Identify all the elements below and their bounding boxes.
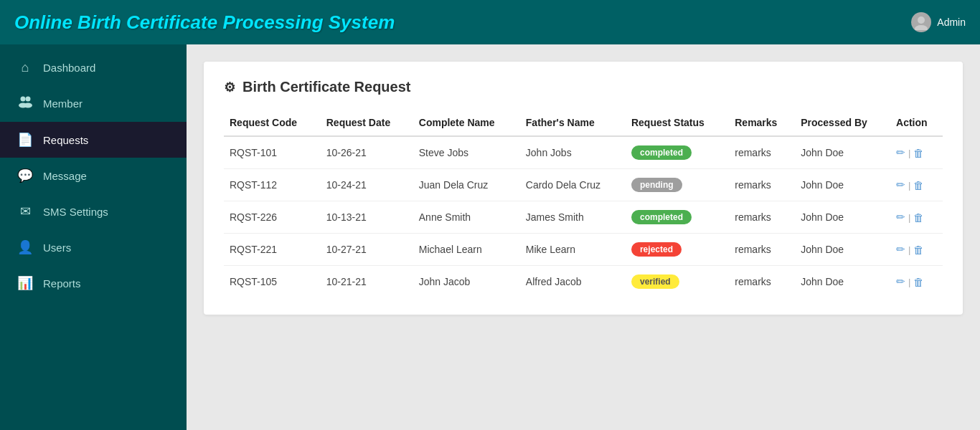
sidebar-label-sms-settings: SMS Settings: [43, 206, 108, 218]
status-badge: rejected: [631, 242, 682, 257]
cell-remarks: remarks: [729, 266, 795, 298]
cell-complete-name: John Jacob: [413, 266, 520, 298]
users-icon: 👤: [17, 239, 33, 255]
sidebar-label-dashboard: Dashboard: [43, 62, 95, 74]
cell-request-code: RQST-112: [224, 169, 321, 201]
cell-action: ✏ | 🗑: [890, 201, 943, 234]
edit-button[interactable]: ✏: [896, 211, 905, 224]
svg-point-0: [918, 16, 925, 24]
cell-processed-by: John Doe: [795, 234, 890, 266]
cell-status: pending: [626, 169, 729, 201]
main-content: ⚙ Birth Certificate Request Request Code…: [187, 44, 980, 430]
col-request-status: Request Status: [626, 110, 729, 136]
cell-fathers-name: Alfred Jacob: [520, 266, 626, 298]
col-fathers-name: Father's Name: [520, 110, 626, 136]
message-icon: 💬: [17, 168, 33, 183]
cell-processed-by: John Doe: [795, 136, 890, 169]
sidebar-label-member: Member: [43, 97, 83, 110]
cell-remarks: remarks: [729, 201, 795, 234]
table-row: RQST-226 10-13-21 Anne Smith James Smith…: [224, 201, 943, 234]
sidebar-item-dashboard[interactable]: ⌂ Dashboard: [0, 50, 187, 85]
col-remarks: Remarks: [729, 110, 795, 136]
section-icon: ⚙: [224, 80, 235, 95]
cell-complete-name: Michael Learn: [413, 234, 520, 266]
edit-button[interactable]: ✏: [896, 275, 905, 288]
cell-action: ✏ | 🗑: [890, 136, 943, 169]
admin-label: Admin: [937, 16, 966, 28]
cell-request-code: RQST-221: [224, 234, 321, 266]
status-badge: completed: [631, 210, 692, 224]
col-request-code: Request Code: [224, 110, 321, 136]
sidebar-item-reports[interactable]: 📊 Reports: [0, 265, 187, 301]
cell-action: ✏ | 🗑: [890, 169, 943, 201]
cell-fathers-name: Mike Learn: [520, 234, 626, 266]
cell-request-date: 10-27-21: [321, 234, 413, 266]
home-icon: ⌂: [17, 60, 33, 75]
section-title: ⚙ Birth Certificate Request: [224, 79, 943, 95]
reports-icon: 📊: [17, 275, 33, 291]
cell-action: ✏ | 🗑: [890, 266, 943, 298]
app-title: Online Birth Certificate Processing Syst…: [14, 11, 395, 34]
sidebar-label-reports: Reports: [43, 277, 81, 290]
sidebar-label-message: Message: [43, 170, 87, 182]
delete-button[interactable]: 🗑: [913, 276, 924, 288]
cell-status: rejected: [626, 234, 729, 266]
cell-request-date: 10-13-21: [321, 201, 413, 234]
cell-request-date: 10-26-21: [321, 136, 413, 169]
cell-request-date: 10-21-21: [321, 266, 413, 298]
col-request-date: Request Date: [321, 110, 413, 136]
cell-status: verified: [626, 266, 729, 298]
col-complete-name: Complete Name: [413, 110, 520, 136]
cell-fathers-name: John Jobs: [520, 136, 626, 169]
delete-button[interactable]: 🗑: [913, 211, 924, 224]
table-row: RQST-221 10-27-21 Michael Learn Mike Lea…: [224, 234, 943, 266]
sidebar-item-requests[interactable]: 📄 Requests: [0, 122, 187, 158]
layout: ⌂ Dashboard Member 📄 Requests 💬 Message: [0, 44, 980, 430]
sidebar-item-member[interactable]: Member: [0, 85, 187, 122]
table-header-row: Request Code Request Date Complete Name …: [224, 110, 943, 136]
status-badge: pending: [631, 178, 682, 192]
cell-request-code: RQST-226: [224, 201, 321, 234]
delete-button[interactable]: 🗑: [913, 179, 924, 191]
cell-complete-name: Steve Jobs: [413, 136, 520, 169]
edit-button[interactable]: ✏: [896, 146, 905, 159]
cell-processed-by: John Doe: [795, 201, 890, 234]
cell-fathers-name: James Smith: [520, 201, 626, 234]
sidebar-label-requests: Requests: [43, 134, 88, 146]
edit-button[interactable]: ✏: [896, 178, 905, 191]
cell-processed-by: John Doe: [795, 266, 890, 298]
status-badge: verified: [631, 274, 679, 289]
delete-button[interactable]: 🗑: [913, 244, 924, 256]
svg-point-1: [915, 25, 928, 30]
delete-button[interactable]: 🗑: [913, 147, 924, 159]
cell-complete-name: Anne Smith: [413, 201, 520, 234]
cell-action: ✏ | 🗑: [890, 234, 943, 266]
sidebar-item-message[interactable]: 💬 Message: [0, 158, 187, 194]
cell-fathers-name: Cardo Dela Cruz: [520, 169, 626, 201]
sidebar-label-users: Users: [43, 242, 71, 254]
col-processed-by: Processed By: [795, 110, 890, 136]
requests-icon: 📄: [17, 132, 33, 148]
content-card: ⚙ Birth Certificate Request Request Code…: [204, 62, 963, 315]
cell-request-date: 10-24-21: [321, 169, 413, 201]
cell-status: completed: [626, 201, 729, 234]
col-action: Action: [890, 110, 943, 136]
sidebar-item-sms-settings[interactable]: ✉ SMS Settings: [0, 194, 187, 229]
svg-point-3: [26, 97, 31, 102]
cell-processed-by: John Doe: [795, 169, 890, 201]
cell-remarks: remarks: [729, 169, 795, 201]
requests-table: Request Code Request Date Complete Name …: [224, 110, 943, 297]
cell-complete-name: Juan Dela Cruz: [413, 169, 520, 201]
svg-point-2: [21, 97, 26, 102]
cell-remarks: remarks: [729, 234, 795, 266]
cell-remarks: remarks: [729, 136, 795, 169]
member-icon: [17, 95, 33, 112]
table-row: RQST-101 10-26-21 Steve Jobs John Jobs c…: [224, 136, 943, 169]
cell-request-code: RQST-105: [224, 266, 321, 298]
section-title-text: Birth Certificate Request: [242, 79, 411, 95]
cell-request-code: RQST-101: [224, 136, 321, 169]
sidebar-item-users[interactable]: 👤 Users: [0, 229, 187, 265]
edit-button[interactable]: ✏: [896, 243, 905, 256]
sms-icon: ✉: [17, 204, 33, 219]
admin-avatar: [911, 12, 931, 32]
